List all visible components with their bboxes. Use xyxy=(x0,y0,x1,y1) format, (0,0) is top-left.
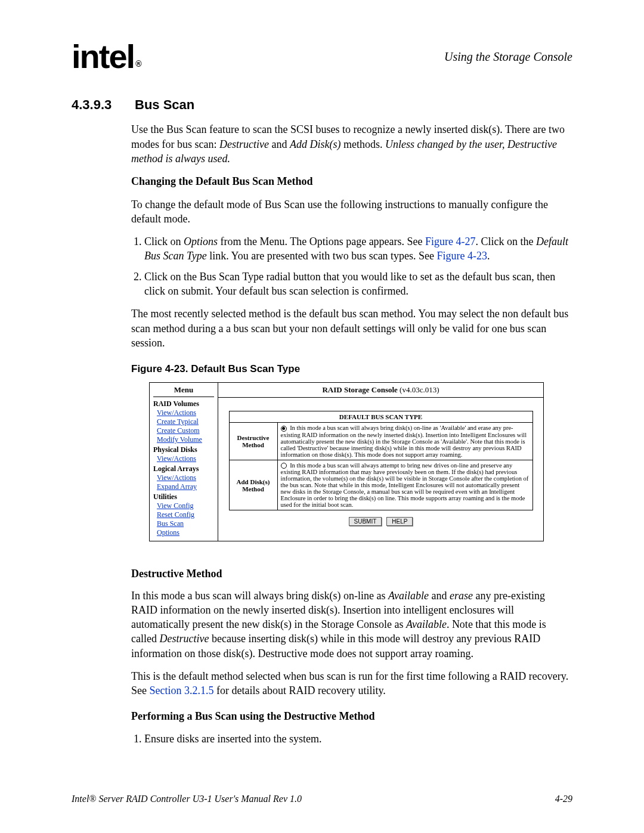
text-italic: Options xyxy=(184,236,218,247)
radio-destructive[interactable] xyxy=(281,426,287,432)
text: methods. xyxy=(340,138,385,150)
footer-left: Intel® Server RAID Controller U3-1 User'… xyxy=(72,794,302,804)
menu-group-physical-disks: Physical Disks xyxy=(153,445,214,454)
menu-title: Menu xyxy=(153,385,214,397)
figure-caption: Figure 4-23. Default Bus Scan Type xyxy=(131,363,572,375)
section-heading: 4.3.9.3 Bus Scan xyxy=(72,97,572,113)
list-item: Click on the Bus Scan Type radial button… xyxy=(144,270,572,299)
table-header: DEFAULT BUS SCAN TYPE xyxy=(229,411,532,423)
text: . xyxy=(487,250,490,262)
radio-add-disks[interactable] xyxy=(281,463,287,469)
destructive-heading: Destructive Method xyxy=(131,566,572,581)
bus-scan-type-table: DEFAULT BUS SCAN TYPE Destructive Method… xyxy=(229,411,533,510)
text-italic: Add Disk(s) xyxy=(290,138,340,150)
text-bold: RAID Storage Console xyxy=(322,385,397,394)
submit-button[interactable]: SUBMIT xyxy=(349,517,382,526)
footer-right: 4-29 xyxy=(555,794,572,804)
destructive-desc-cell: In this mode a bus scan will always brin… xyxy=(277,423,532,460)
menu-link-bus-scan[interactable]: Bus Scan xyxy=(157,519,214,528)
intel-logo: intel® xyxy=(72,42,139,72)
add-disks-method-cell: Add Disk(s) Method xyxy=(229,460,277,510)
text: and xyxy=(269,138,290,150)
menu-group-logical-arrays: Logical Arrays xyxy=(153,465,214,473)
text: . Click on the xyxy=(476,236,537,247)
menu-link-reset-config[interactable]: Reset Config xyxy=(157,510,214,519)
performing-steps: Ensure disks are inserted into the syste… xyxy=(131,732,572,746)
text: from the Menu. The Options page appears.… xyxy=(218,236,425,247)
text: In this mode a bus scan will always brin… xyxy=(131,590,388,602)
changing-heading: Changing the Default Bus Scan Method xyxy=(131,174,572,188)
text: Click on xyxy=(144,236,184,247)
menu-group-raid-volumes: RAID Volumes xyxy=(153,400,214,408)
table-row: Destructive Method In this mode a bus sc… xyxy=(229,423,532,460)
menu-link-create-typical[interactable]: Create Typical xyxy=(157,417,214,426)
text-italic: Destructive xyxy=(219,138,269,150)
menu-link-create-custom[interactable]: Create Custom xyxy=(157,426,214,435)
text: and xyxy=(429,590,450,602)
console-title: RAID Storage Console (v4.03c.013) xyxy=(218,383,543,398)
text-italic: Available xyxy=(406,618,447,630)
text-italic: Destructive xyxy=(159,633,209,645)
destructive-method-cell: Destructive Method xyxy=(229,423,277,460)
table-row: Add Disk(s) Method In this mode a bus sc… xyxy=(229,460,532,510)
text-italic: erase xyxy=(450,590,473,602)
header-section-title: Using the Storage Console xyxy=(444,50,572,64)
figure-link[interactable]: Figure 4-23 xyxy=(437,250,488,262)
menu-group-utilities: Utilities xyxy=(153,493,214,501)
list-item: Ensure disks are inserted into the syste… xyxy=(144,732,572,746)
list-item: Click on Options from the Menu. The Opti… xyxy=(144,234,572,264)
destructive-paragraph-1: In this mode a bus scan will always brin… xyxy=(131,589,572,661)
menu-link-view-config[interactable]: View Config xyxy=(157,501,214,510)
add-disks-desc-cell: In this mode a bus scan will always atte… xyxy=(277,460,532,510)
button-row: SUBMIT HELP xyxy=(218,515,543,526)
menu-link-view-actions[interactable]: View/Actions xyxy=(157,454,214,463)
text: (v4.03c.013) xyxy=(398,385,439,394)
intro-paragraph: Use the Bus Scan feature to scan the SCS… xyxy=(131,122,572,166)
figure-link[interactable]: Figure 4-27 xyxy=(425,236,476,247)
text: In this mode a bus scan will always brin… xyxy=(281,425,527,458)
text: link. You are presented with two bus sca… xyxy=(207,250,437,262)
page-footer: Intel® Server RAID Controller U3-1 User'… xyxy=(72,794,572,804)
console-content: RAID Storage Console (v4.03c.013) DEFAUL… xyxy=(218,383,543,541)
section-number: 4.3.9.3 xyxy=(72,97,131,113)
logo-reg: ® xyxy=(135,59,140,69)
help-button[interactable]: HELP xyxy=(386,517,413,526)
text-italic: Available xyxy=(388,590,429,602)
changing-steps: Click on Options from the Menu. The Opti… xyxy=(131,234,572,298)
logo-text: intel xyxy=(72,38,134,75)
performing-heading: Performing a Bus Scan using the Destruct… xyxy=(131,709,572,723)
section-link[interactable]: Section 3.2.1.5 xyxy=(150,685,214,696)
menu-link-expand-array[interactable]: Expand Array xyxy=(157,482,214,491)
console-figure: Menu RAID Volumes View/Actions Create Ty… xyxy=(149,382,544,541)
menu-link-view-actions[interactable]: View/Actions xyxy=(157,473,214,482)
section-title: Bus Scan xyxy=(135,97,194,112)
text: In this mode a bus scan will always atte… xyxy=(281,462,529,509)
console-menu: Menu RAID Volumes View/Actions Create Ty… xyxy=(150,383,218,541)
menu-link-modify-volume[interactable]: Modify Volume xyxy=(157,435,214,444)
menu-link-view-actions[interactable]: View/Actions xyxy=(157,408,214,417)
menu-link-options[interactable]: Options xyxy=(157,528,214,537)
destructive-paragraph-2: This is the default method selected when… xyxy=(131,669,572,698)
changing-intro: To change the default mode of Bus Scan u… xyxy=(131,197,572,227)
text: for details about RAID recovery utility. xyxy=(214,685,386,696)
changing-note: The most recently selected method is the… xyxy=(131,306,572,350)
